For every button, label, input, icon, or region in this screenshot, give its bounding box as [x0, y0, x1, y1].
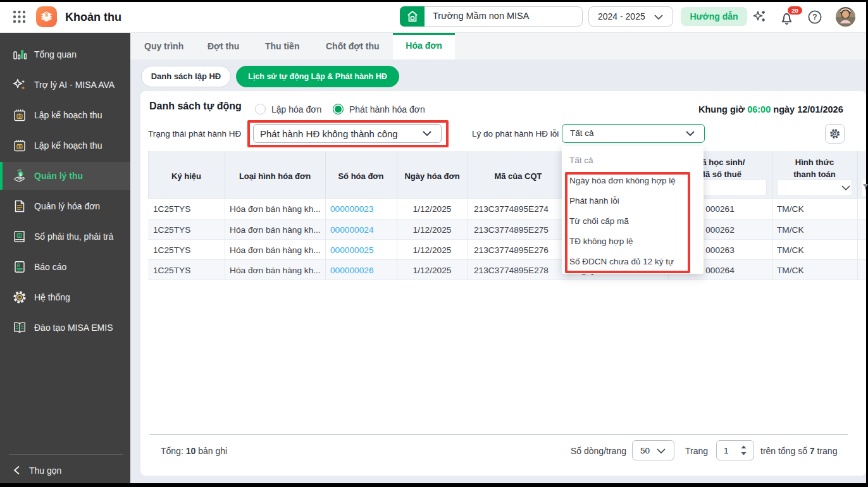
svg-text:$: $	[18, 144, 21, 149]
svg-text:$: $	[45, 11, 48, 18]
svg-text:$: $	[20, 172, 22, 177]
svg-text:?: ?	[812, 13, 817, 22]
svg-text:$: $	[18, 233, 21, 238]
svg-text:$: $	[18, 114, 21, 119]
